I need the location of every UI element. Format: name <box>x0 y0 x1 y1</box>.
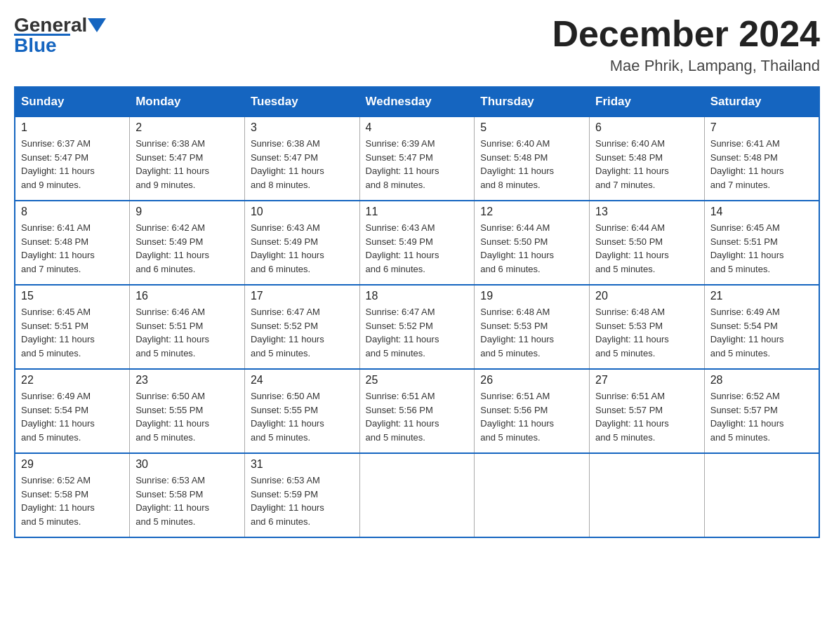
day-info: Sunrise: 6:45 AM Sunset: 5:51 PM Dayligh… <box>21 305 124 360</box>
day-info: Sunrise: 6:37 AM Sunset: 5:47 PM Dayligh… <box>21 137 124 192</box>
day-number: 15 <box>21 290 124 302</box>
calendar-table: SundayMondayTuesdayWednesdayThursdayFrid… <box>14 86 820 538</box>
day-number: 19 <box>480 290 583 302</box>
day-info: Sunrise: 6:49 AM Sunset: 5:54 PM Dayligh… <box>710 305 813 360</box>
day-cell: 19 Sunrise: 6:48 AM Sunset: 5:53 PM Dayl… <box>475 285 590 369</box>
header-cell-wednesday: Wednesday <box>359 87 475 116</box>
day-cell: 4 Sunrise: 6:39 AM Sunset: 5:47 PM Dayli… <box>359 116 475 201</box>
day-number: 1 <box>21 121 124 134</box>
day-number: 6 <box>595 121 699 134</box>
day-info: Sunrise: 6:52 AM Sunset: 5:57 PM Dayligh… <box>710 389 813 444</box>
day-info: Sunrise: 6:51 AM Sunset: 5:56 PM Dayligh… <box>366 389 469 444</box>
day-cell: 23 Sunrise: 6:50 AM Sunset: 5:55 PM Dayl… <box>130 369 245 453</box>
day-cell: 7 Sunrise: 6:41 AM Sunset: 5:48 PM Dayli… <box>704 116 819 201</box>
day-info: Sunrise: 6:52 AM Sunset: 5:58 PM Dayligh… <box>21 474 124 528</box>
day-number: 10 <box>251 206 354 218</box>
day-cell: 22 Sunrise: 6:49 AM Sunset: 5:54 PM Dayl… <box>15 369 130 453</box>
day-cell <box>590 453 705 537</box>
header-cell-monday: Monday <box>130 87 245 116</box>
day-cell: 2 Sunrise: 6:38 AM Sunset: 5:47 PM Dayli… <box>130 116 245 201</box>
day-cell: 28 Sunrise: 6:52 AM Sunset: 5:57 PM Dayl… <box>704 369 819 453</box>
day-info: Sunrise: 6:43 AM Sunset: 5:49 PM Dayligh… <box>251 221 354 276</box>
day-info: Sunrise: 6:40 AM Sunset: 5:48 PM Dayligh… <box>480 137 583 192</box>
day-number: 18 <box>366 290 469 302</box>
day-cell: 15 Sunrise: 6:45 AM Sunset: 5:51 PM Dayl… <box>15 285 130 369</box>
day-cell: 13 Sunrise: 6:44 AM Sunset: 5:50 PM Dayl… <box>590 201 705 285</box>
day-number: 25 <box>366 374 469 387</box>
day-info: Sunrise: 6:48 AM Sunset: 5:53 PM Dayligh… <box>595 305 699 360</box>
day-cell: 5 Sunrise: 6:40 AM Sunset: 5:48 PM Dayli… <box>475 116 590 201</box>
day-number: 4 <box>366 121 469 134</box>
day-number: 24 <box>251 374 354 387</box>
day-number: 31 <box>251 458 354 471</box>
day-cell: 17 Sunrise: 6:47 AM Sunset: 5:52 PM Dayl… <box>244 285 359 369</box>
day-info: Sunrise: 6:44 AM Sunset: 5:50 PM Dayligh… <box>595 221 699 276</box>
week-row-1: 1 Sunrise: 6:37 AM Sunset: 5:47 PM Dayli… <box>15 116 819 201</box>
day-info: Sunrise: 6:38 AM Sunset: 5:47 PM Dayligh… <box>135 137 239 192</box>
day-number: 13 <box>595 206 699 218</box>
day-number: 16 <box>135 290 239 302</box>
header-cell-saturday: Saturday <box>704 87 819 116</box>
day-cell <box>475 453 590 537</box>
day-number: 3 <box>251 121 354 134</box>
day-info: Sunrise: 6:42 AM Sunset: 5:49 PM Dayligh… <box>135 221 239 276</box>
calendar-header: SundayMondayTuesdayWednesdayThursdayFrid… <box>15 87 819 116</box>
day-number: 5 <box>480 121 583 134</box>
day-cell: 3 Sunrise: 6:38 AM Sunset: 5:47 PM Dayli… <box>244 116 359 201</box>
day-info: Sunrise: 6:41 AM Sunset: 5:48 PM Dayligh… <box>710 137 813 192</box>
header-cell-friday: Friday <box>590 87 705 116</box>
day-info: Sunrise: 6:40 AM Sunset: 5:48 PM Dayligh… <box>595 137 699 192</box>
day-number: 29 <box>21 458 124 471</box>
day-number: 2 <box>135 121 239 134</box>
day-info: Sunrise: 6:41 AM Sunset: 5:48 PM Dayligh… <box>21 221 124 276</box>
day-cell: 8 Sunrise: 6:41 AM Sunset: 5:48 PM Dayli… <box>15 201 130 285</box>
day-number: 26 <box>480 374 583 387</box>
week-row-2: 8 Sunrise: 6:41 AM Sunset: 5:48 PM Dayli… <box>15 201 819 285</box>
day-cell: 26 Sunrise: 6:51 AM Sunset: 5:56 PM Dayl… <box>475 369 590 453</box>
day-cell: 9 Sunrise: 6:42 AM Sunset: 5:49 PM Dayli… <box>130 201 245 285</box>
day-info: Sunrise: 6:47 AM Sunset: 5:52 PM Dayligh… <box>251 305 354 360</box>
day-cell: 31 Sunrise: 6:53 AM Sunset: 5:59 PM Dayl… <box>244 453 359 537</box>
day-info: Sunrise: 6:49 AM Sunset: 5:54 PM Dayligh… <box>21 389 124 444</box>
day-number: 22 <box>21 374 124 387</box>
day-number: 17 <box>251 290 354 302</box>
day-number: 28 <box>710 374 813 387</box>
day-info: Sunrise: 6:51 AM Sunset: 5:56 PM Dayligh… <box>480 389 583 444</box>
day-cell: 30 Sunrise: 6:53 AM Sunset: 5:58 PM Dayl… <box>130 453 245 537</box>
day-info: Sunrise: 6:47 AM Sunset: 5:52 PM Dayligh… <box>366 305 469 360</box>
day-info: Sunrise: 6:39 AM Sunset: 5:47 PM Dayligh… <box>366 137 469 192</box>
week-row-5: 29 Sunrise: 6:52 AM Sunset: 5:58 PM Dayl… <box>15 453 819 537</box>
day-cell: 11 Sunrise: 6:43 AM Sunset: 5:49 PM Dayl… <box>359 201 475 285</box>
day-cell: 21 Sunrise: 6:49 AM Sunset: 5:54 PM Dayl… <box>704 285 819 369</box>
day-number: 27 <box>595 374 699 387</box>
week-row-3: 15 Sunrise: 6:45 AM Sunset: 5:51 PM Dayl… <box>15 285 819 369</box>
day-cell: 20 Sunrise: 6:48 AM Sunset: 5:53 PM Dayl… <box>590 285 705 369</box>
day-cell: 27 Sunrise: 6:51 AM Sunset: 5:57 PM Dayl… <box>590 369 705 453</box>
logo-triangle-icon <box>88 18 106 32</box>
svg-marker-0 <box>88 18 106 32</box>
day-info: Sunrise: 6:50 AM Sunset: 5:55 PM Dayligh… <box>251 389 354 444</box>
logo-blue-text: Blue <box>14 34 57 57</box>
day-cell: 1 Sunrise: 6:37 AM Sunset: 5:47 PM Dayli… <box>15 116 130 201</box>
day-cell: 18 Sunrise: 6:47 AM Sunset: 5:52 PM Dayl… <box>359 285 475 369</box>
month-title: December 2024 <box>552 14 820 54</box>
day-info: Sunrise: 6:43 AM Sunset: 5:49 PM Dayligh… <box>366 221 469 276</box>
day-cell: 14 Sunrise: 6:45 AM Sunset: 5:51 PM Dayl… <box>704 201 819 285</box>
location-title: Mae Phrik, Lampang, Thailand <box>552 57 820 75</box>
day-number: 11 <box>366 206 469 218</box>
day-cell: 29 Sunrise: 6:52 AM Sunset: 5:58 PM Dayl… <box>15 453 130 537</box>
day-info: Sunrise: 6:51 AM Sunset: 5:57 PM Dayligh… <box>595 389 699 444</box>
header-row: SundayMondayTuesdayWednesdayThursdayFrid… <box>15 87 819 116</box>
day-number: 21 <box>710 290 813 302</box>
day-info: Sunrise: 6:48 AM Sunset: 5:53 PM Dayligh… <box>480 305 583 360</box>
day-info: Sunrise: 6:45 AM Sunset: 5:51 PM Dayligh… <box>710 221 813 276</box>
day-info: Sunrise: 6:50 AM Sunset: 5:55 PM Dayligh… <box>135 389 239 444</box>
day-number: 14 <box>710 206 813 218</box>
day-cell: 16 Sunrise: 6:46 AM Sunset: 5:51 PM Dayl… <box>130 285 245 369</box>
day-info: Sunrise: 6:44 AM Sunset: 5:50 PM Dayligh… <box>480 221 583 276</box>
day-info: Sunrise: 6:53 AM Sunset: 5:58 PM Dayligh… <box>135 474 239 528</box>
day-info: Sunrise: 6:53 AM Sunset: 5:59 PM Dayligh… <box>251 474 354 528</box>
day-number: 20 <box>595 290 699 302</box>
day-cell <box>359 453 475 537</box>
day-cell <box>704 453 819 537</box>
